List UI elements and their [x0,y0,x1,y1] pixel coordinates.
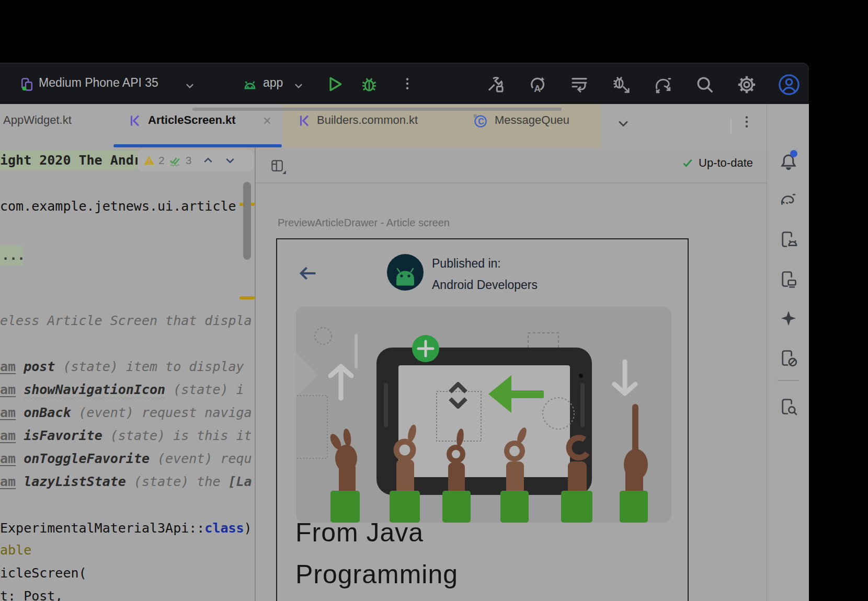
gradle-sync-icon[interactable] [653,75,673,95]
published-in-label: Published in: [432,257,501,271]
notification-badge [790,149,798,158]
toolbar-separator [730,119,732,133]
preview-toolbar: Up-to-date [256,147,767,183]
device-icon [20,77,34,91]
code-line-comment: eless Article Screen that displa [0,313,252,329]
layout-mode-icon[interactable] [270,159,284,173]
tab-label-fade [577,109,601,133]
build-icon[interactable] [486,75,506,95]
tab-articlescreen[interactable]: ArticleScreen.kt [148,113,236,127]
screen: Medium Phone API 35 app [0,0,868,601]
code-line: ight 2020 The Andr [0,153,142,168]
editor-tab-bar: AppWidget.kt ArticleScreen.kt Builders.c… [0,104,767,147]
warning-stripe-mark [239,296,255,299]
article-hero-image [296,307,671,523]
debug-button[interactable] [360,75,379,94]
publisher-avatar [387,254,424,291]
code-line-parameter: t: Post, [0,588,63,601]
more-vertical-icon[interactable] [399,76,415,91]
kotlin-icon [298,114,311,128]
code-editor[interactable]: ight 2020 The Andr 2 3 com.example.jetne… [0,147,255,601]
ok-count: 3 [186,154,192,167]
apply-changes-icon[interactable]: A [528,75,547,95]
chevron-down-icon[interactable] [224,154,236,167]
code-line-optin: ExperimentalMaterial3Api::class) [0,521,252,536]
ok-check-icon [168,153,182,168]
code-line-kdoc: am lazyListState (state) the [La [0,474,252,490]
kotlin-icon [128,114,142,128]
device-selector[interactable]: Medium Phone API 35 [39,76,158,90]
build-status-text: Up-to-date [699,156,753,170]
settings-icon[interactable] [737,75,757,95]
device-mirroring-icon[interactable] [779,349,798,369]
svg-text:A: A [534,84,541,94]
tab-messagequeue[interactable]: MessageQueu [495,113,569,127]
code-line-package: com.example.jetnews.ui.article [0,199,236,214]
close-icon[interactable] [261,115,273,126]
android-icon [242,77,258,93]
run-configuration-selector[interactable]: app [263,76,283,90]
chevron-down-icon[interactable] [616,116,631,131]
code-line-kdoc: am showNavigationIcon (state) i [0,382,244,398]
chevron-up-icon[interactable] [202,154,214,167]
stripe-divider [778,380,799,381]
running-devices-icon[interactable] [779,230,798,251]
article-title-line1: From Java [295,517,424,548]
warning-count: 2 [158,154,165,167]
code-line-annotation: able [0,542,31,558]
tab-builders-common[interactable]: Builders.common.kt [317,113,418,127]
build-status: Up-to-date [682,156,753,170]
chevron-down-icon[interactable] [184,80,196,91]
svg-text:C: C [478,117,484,126]
inspections-widget[interactable]: 2 3 [138,149,254,171]
ide-window: Medium Phone API 35 app [0,63,809,601]
app-inspection-icon[interactable] [779,397,798,418]
more-vertical-icon[interactable] [739,114,755,130]
article-title-line2: Programming [295,559,458,590]
code-line-kdoc: am post (state) item to display [0,359,244,375]
chevron-down-icon[interactable] [293,80,304,91]
folded-imports[interactable]: ... [2,248,25,263]
editor-scrollbar[interactable] [243,182,251,260]
publisher-name: Android Developers [432,278,538,292]
preview-name-label[interactable]: PreviewArticleDrawer - Article screen [278,217,450,229]
run-button[interactable] [325,75,344,94]
attach-debugger-icon[interactable] [611,75,631,95]
code-line-kdoc: am onToggleFavorite (event) requ [0,451,252,467]
device-manager-icon[interactable] [779,270,798,291]
compose-preview-panel: Up-to-date PreviewArticleDrawer - Articl… [255,147,767,601]
check-icon [682,157,693,169]
class-icon: C [472,113,488,129]
code-line-kdoc: am isFavorite (state) is this it [0,428,252,444]
notifications-bell-icon[interactable] [779,153,798,174]
search-icon[interactable] [695,75,715,95]
code-line-kdoc: am onBack (event) request naviga [0,405,252,421]
gradle-icon[interactable] [779,190,798,211]
warning-icon [143,154,155,167]
tab-strip-scrollbar[interactable] [192,108,562,111]
tool-window-stripe [767,104,809,601]
back-arrow-icon[interactable] [298,263,318,283]
apply-code-changes-icon[interactable] [569,75,589,95]
main-toolbar: Medium Phone API 35 app [0,63,809,105]
article-preview[interactable]: Published in: Android Developers [276,238,689,601]
tab-appwidget[interactable]: AppWidget.kt [3,113,72,127]
gemini-star-icon[interactable] [780,309,797,329]
code-line-function: icleScreen( [0,565,87,581]
profile-icon[interactable] [778,73,801,96]
